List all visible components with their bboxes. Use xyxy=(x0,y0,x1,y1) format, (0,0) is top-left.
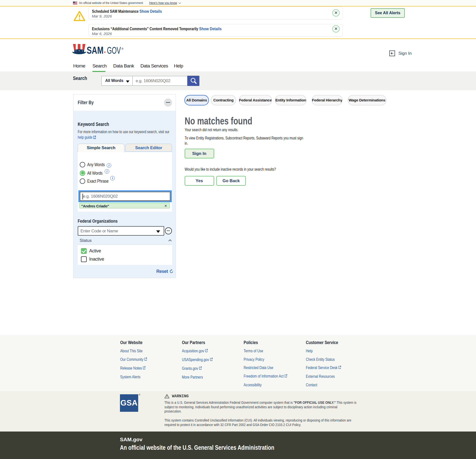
svg-text:®: ® xyxy=(121,47,123,50)
svg-text:GOV: GOV xyxy=(107,45,121,55)
svg-text:SAM: SAM xyxy=(87,45,103,55)
